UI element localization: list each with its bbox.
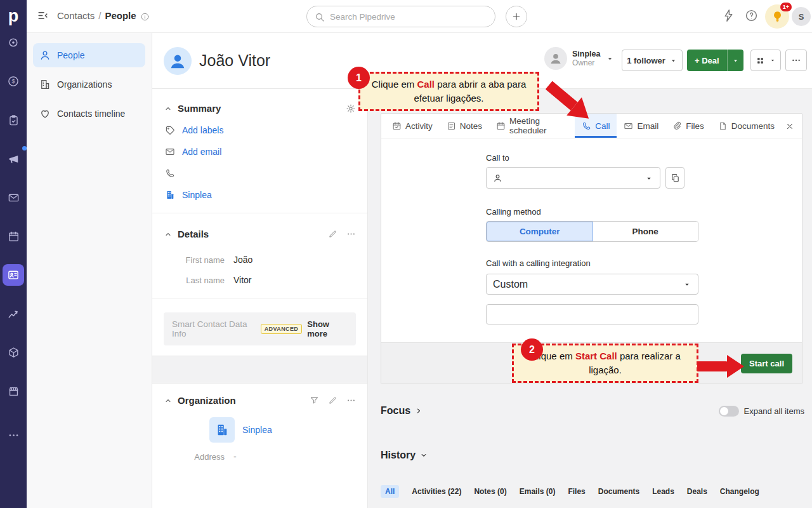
quick-add-button[interactable] bbox=[506, 6, 527, 27]
call-to-label: Call to bbox=[486, 153, 509, 163]
start-call-button[interactable]: Start call bbox=[741, 354, 792, 373]
chevron-up-icon[interactable] bbox=[164, 104, 173, 113]
copy-icon bbox=[671, 173, 680, 183]
pipedrive-logo[interactable]: p bbox=[8, 0, 19, 32]
sidebar-mail-icon[interactable] bbox=[3, 187, 24, 208]
pencil-icon[interactable] bbox=[328, 396, 337, 405]
toggle-knob bbox=[720, 407, 728, 415]
caret-down-icon[interactable] bbox=[605, 53, 615, 64]
breadcrumb-page[interactable]: People bbox=[105, 10, 136, 21]
integration-value: Custom bbox=[493, 279, 528, 290]
add-email-row[interactable]: Add email bbox=[165, 147, 356, 157]
organization-tile-row[interactable]: Sinplea bbox=[209, 417, 356, 443]
chevron-up-icon[interactable] bbox=[164, 230, 173, 239]
add-labels-link[interactable]: Add labels bbox=[182, 125, 223, 135]
building-icon bbox=[209, 417, 235, 443]
add-email-link[interactable]: Add email bbox=[182, 147, 221, 157]
sidebar-deals-icon[interactable]: $ bbox=[3, 70, 24, 92]
expand-all-toggle[interactable] bbox=[719, 406, 739, 417]
address-field: Address - bbox=[164, 451, 356, 462]
chevron-up-icon[interactable] bbox=[164, 396, 173, 405]
add-labels-row[interactable]: Add labels bbox=[165, 125, 356, 135]
filter-icon[interactable] bbox=[310, 396, 319, 405]
filter-files[interactable]: Files bbox=[568, 487, 585, 496]
breadcrumb: Contacts / People bbox=[57, 10, 150, 22]
organization-link[interactable]: Sinplea bbox=[182, 190, 212, 200]
mail-icon bbox=[165, 147, 175, 157]
field-value[interactable]: - bbox=[233, 451, 237, 462]
sidebar-item-organizations[interactable]: Organizations bbox=[33, 72, 145, 97]
focus-header[interactable]: Focus bbox=[381, 405, 423, 417]
suggestions-bulb-icon[interactable]: 1+ bbox=[765, 4, 789, 29]
ellipsis-icon[interactable] bbox=[346, 229, 356, 239]
sidebar-item-people[interactable]: People bbox=[33, 43, 145, 67]
sidebar-contacts-icon[interactable] bbox=[3, 264, 24, 286]
tab-files[interactable]: Files bbox=[665, 114, 711, 138]
field-value[interactable]: João bbox=[233, 255, 252, 265]
phone-row[interactable] bbox=[165, 168, 356, 178]
history-header[interactable]: History bbox=[381, 450, 428, 461]
help-icon[interactable] bbox=[745, 9, 758, 22]
method-option-computer[interactable]: Computer bbox=[487, 222, 593, 241]
nav-item-label: Contacts timeline bbox=[57, 109, 125, 119]
sidebar-insights-icon[interactable] bbox=[3, 303, 24, 324]
user-avatar[interactable]: S bbox=[792, 7, 811, 26]
deal-caret-icon[interactable] bbox=[727, 50, 743, 71]
red-arrow-to-call-tab bbox=[539, 75, 599, 129]
tab-activity[interactable]: Activity bbox=[385, 114, 440, 138]
filter-leads[interactable]: Leads bbox=[652, 487, 674, 496]
call-to-select[interactable] bbox=[486, 167, 660, 189]
field-value[interactable]: Vitor bbox=[233, 275, 252, 285]
filter-changelog[interactable]: Changelog bbox=[720, 487, 759, 496]
sidebar-campaigns-icon[interactable] bbox=[3, 148, 24, 170]
owner-block[interactable]: Sinplea Owner bbox=[544, 47, 615, 70]
copy-number-button[interactable] bbox=[665, 167, 684, 189]
info-icon[interactable] bbox=[140, 10, 150, 22]
method-option-phone[interactable]: Phone bbox=[593, 222, 698, 241]
search-bar[interactable] bbox=[306, 6, 495, 27]
filter-deals[interactable]: Deals bbox=[687, 487, 707, 496]
whats-new-icon[interactable] bbox=[722, 9, 735, 22]
integration-url-input[interactable] bbox=[486, 304, 698, 324]
sidebar-leads-icon[interactable] bbox=[3, 32, 24, 53]
filter-documents[interactable]: Documents bbox=[598, 487, 639, 496]
filter-notes[interactable]: Notes (0) bbox=[474, 487, 506, 496]
filter-all[interactable]: All bbox=[381, 485, 399, 498]
tab-email[interactable]: Email bbox=[617, 114, 665, 138]
tutorial-callout-1: Clique em Call para abrir a aba para efe… bbox=[358, 72, 539, 111]
expand-all-label: Expand all items bbox=[744, 406, 804, 416]
filter-activities[interactable]: Activities (22) bbox=[412, 487, 461, 496]
building-icon bbox=[39, 79, 51, 90]
owner-role: Owner bbox=[572, 58, 600, 67]
person-avatar[interactable] bbox=[164, 47, 192, 75]
caret-down-icon bbox=[683, 279, 691, 290]
tab-documents[interactable]: Documents bbox=[711, 114, 782, 138]
sidebar-item-contacts-timeline[interactable]: Contacts timeline bbox=[33, 102, 145, 126]
layout-button[interactable] bbox=[750, 50, 781, 71]
add-deal-button[interactable]: + Deal bbox=[687, 50, 743, 71]
organization-name-link[interactable]: Sinplea bbox=[242, 425, 272, 435]
organization-row[interactable]: Sinplea bbox=[165, 190, 356, 200]
filter-emails[interactable]: Emails (0) bbox=[520, 487, 556, 496]
tab-label: Notes bbox=[460, 121, 482, 131]
sidebar-activities-icon[interactable] bbox=[3, 225, 24, 247]
tab-notes[interactable]: Notes bbox=[440, 114, 489, 138]
gear-icon[interactable] bbox=[346, 104, 356, 114]
pencil-icon[interactable] bbox=[328, 229, 337, 239]
more-actions-button[interactable] bbox=[785, 50, 807, 71]
sidebar-projects-icon[interactable] bbox=[3, 109, 24, 131]
ellipsis-icon[interactable] bbox=[346, 396, 356, 405]
sidebar-more-icon[interactable] bbox=[3, 424, 24, 446]
sidebar-products-icon[interactable] bbox=[3, 342, 24, 363]
show-more-link[interactable]: Show more bbox=[307, 319, 348, 338]
close-panel-icon[interactable] bbox=[782, 116, 798, 135]
sidebar-marketplace-icon[interactable] bbox=[3, 380, 24, 402]
phone-icon bbox=[165, 168, 175, 178]
collapse-sidebar-icon[interactable] bbox=[37, 10, 49, 22]
search-input[interactable] bbox=[330, 12, 487, 22]
followers-button[interactable]: 1 follower bbox=[622, 50, 683, 71]
integration-select[interactable]: Custom bbox=[486, 274, 698, 295]
breadcrumb-section[interactable]: Contacts bbox=[57, 10, 95, 21]
deal-label[interactable]: + Deal bbox=[687, 50, 727, 71]
organization-section-header: Organization bbox=[164, 395, 356, 406]
